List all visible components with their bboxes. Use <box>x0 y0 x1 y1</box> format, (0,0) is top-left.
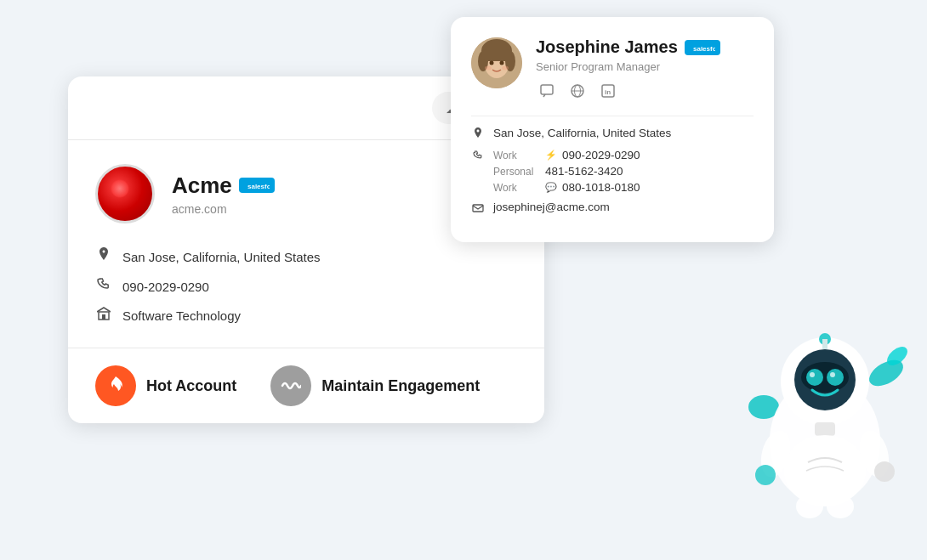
phone-label-personal: Personal <box>493 166 540 178</box>
svg-point-29 <box>806 369 823 386</box>
salesforce-badge: salesforce <box>239 178 275 193</box>
phone-label-work1: Work <box>493 150 540 161</box>
svg-text:salesforce: salesforce <box>693 45 715 53</box>
contact-phone-section: Work ⚡ 090-2029-0290 Personal 481-5162-3… <box>493 149 640 194</box>
svg-rect-33 <box>815 422 835 436</box>
account-card-footer: Hot Account Maintain Engagement <box>68 348 544 423</box>
contact-email-row: josephinej@acme.com <box>471 201 754 215</box>
svg-rect-38 <box>822 339 827 349</box>
svg-point-40 <box>874 461 895 482</box>
svg-point-30 <box>827 369 844 386</box>
contact-name-section: Josephine James salesforce Senior Progra… <box>536 37 754 102</box>
svg-point-11 <box>500 61 504 65</box>
contact-avatar <box>471 37 522 88</box>
svg-rect-9 <box>481 49 512 61</box>
contact-phone-icon <box>471 150 485 163</box>
svg-text:in: in <box>605 88 611 96</box>
chat-social-icon[interactable] <box>536 80 558 102</box>
phone-type-icon-2: 💬 <box>545 182 557 193</box>
account-name-section: Acme salesforce acme.com <box>172 173 275 216</box>
account-phone: 090-2029-0290 <box>122 280 209 294</box>
svg-rect-3 <box>102 314 105 320</box>
phone-number-work2: 080-1018-0180 <box>562 181 640 194</box>
account-logo <box>95 164 155 223</box>
globe-social-icon[interactable] <box>566 80 589 102</box>
robot-svg <box>740 305 910 526</box>
phone-row-personal: Personal 481-5162-3420 <box>493 165 640 178</box>
phone-row-work1: Work ⚡ 090-2029-0290 <box>493 149 640 161</box>
hot-account-badge: Hot Account <box>95 365 236 406</box>
account-name: Acme salesforce <box>172 173 275 199</box>
phone-type-icon-1: ⚡ <box>545 150 557 161</box>
svg-point-42 <box>827 495 854 518</box>
contact-card: Josephine James salesforce Senior Progra… <box>451 17 774 242</box>
svg-point-32 <box>830 372 835 377</box>
contact-divider <box>471 116 754 116</box>
account-location-row: San Jose, California, United States <box>95 247 517 266</box>
svg-text:salesforce: salesforce <box>247 183 270 190</box>
contact-title: Senior Program Manager <box>536 60 754 73</box>
phone-row-work2: Work 💬 080-1018-0180 <box>493 181 640 194</box>
building-icon <box>95 307 112 324</box>
svg-rect-16 <box>541 85 553 94</box>
contact-location-icon <box>471 127 485 142</box>
hot-account-label: Hot Account <box>146 377 236 395</box>
contact-social: in <box>536 80 754 102</box>
robot-mascot <box>740 305 910 526</box>
phone-number-personal: 481-5162-3420 <box>545 165 623 178</box>
svg-point-10 <box>490 61 494 65</box>
contact-salesforce-badge: salesforce <box>685 40 720 55</box>
hot-account-icon-circle <box>95 365 136 406</box>
account-url: acme.com <box>172 202 275 216</box>
contact-header: Josephine James salesforce Senior Progra… <box>471 37 754 102</box>
svg-point-36 <box>784 435 866 506</box>
contact-name: Josephine James salesforce <box>536 37 754 57</box>
contact-location-row: San Jose, California, United States <box>471 127 754 142</box>
phone-number-work1: 090-2029-0290 <box>562 149 640 161</box>
svg-point-13 <box>502 66 509 71</box>
svg-point-12 <box>485 66 492 71</box>
svg-point-41 <box>796 495 823 518</box>
contact-phones-row: Work ⚡ 090-2029-0290 Personal 481-5162-3… <box>471 149 754 194</box>
phone-label-work2: Work <box>493 182 540 194</box>
maintain-engagement-badge: Maintain Engagement <box>270 365 480 406</box>
account-details: San Jose, California, United States 090-… <box>95 247 517 324</box>
svg-point-39 <box>755 465 776 485</box>
account-phone-row: 090-2029-0290 <box>95 278 517 295</box>
svg-rect-21 <box>473 205 483 212</box>
account-industry: Software Technology <box>122 308 241 323</box>
svg-point-31 <box>810 372 815 377</box>
contact-email-icon <box>471 201 485 215</box>
phone-icon <box>95 278 112 295</box>
location-icon <box>95 247 112 266</box>
contact-location: San Jose, California, United States <box>493 127 671 139</box>
linkedin-social-icon[interactable]: in <box>597 80 619 102</box>
contact-email: josephinej@acme.com <box>493 201 610 213</box>
maintain-engagement-icon-circle <box>270 365 311 406</box>
maintain-engagement-label: Maintain Engagement <box>321 377 480 395</box>
account-industry-row: Software Technology <box>95 307 517 324</box>
account-location: San Jose, California, United States <box>122 250 321 264</box>
